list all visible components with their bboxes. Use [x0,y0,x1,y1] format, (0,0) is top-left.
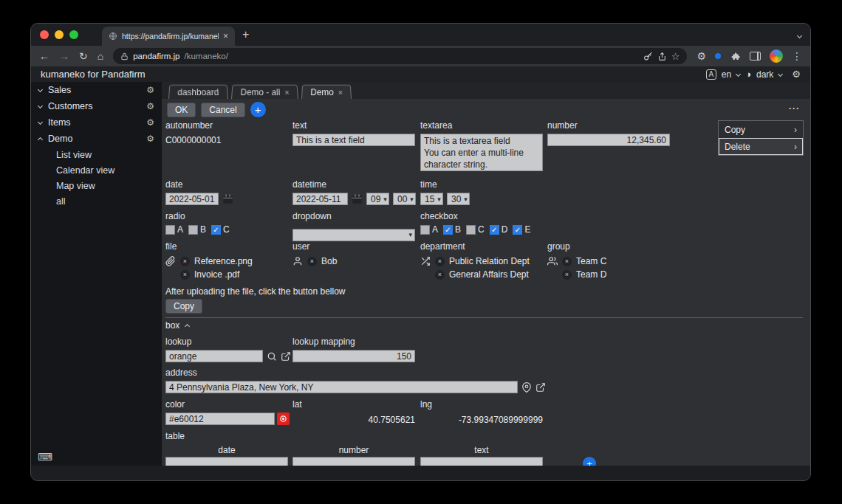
textarea-input[interactable]: This is a textarea field You can enter a… [420,134,543,171]
checkbox-option-a[interactable]: A [420,224,438,235]
date-input[interactable] [165,193,219,205]
bookmark-star-icon[interactable]: ☆ [671,51,680,62]
ok-button[interactable]: OK [167,103,196,117]
extension-blue-dot-icon[interactable] [715,53,721,59]
file-name[interactable]: Reference.png [194,256,253,266]
number-input[interactable] [547,134,670,146]
table-cell-input[interactable] [165,457,288,466]
browser-menu-icon[interactable]: ⋮ [792,50,802,62]
map-pin-icon[interactable] [521,382,532,393]
sidebar-item-all[interactable]: all [31,193,162,209]
sidebar-item-items[interactable]: Items ⚙ [31,114,162,131]
radio-option-c[interactable]: ✓C [211,224,230,235]
calendar-icon[interactable] [352,193,363,204]
checkbox-icon[interactable] [165,225,175,235]
box-section-header[interactable]: box [165,320,189,331]
user-name[interactable]: Bob [321,256,337,266]
group-name[interactable]: Team D [576,269,606,280]
tab-close-icon[interactable]: × [223,31,228,41]
keyboard-icon[interactable]: ⌨ [38,451,52,463]
lookup-mapping-input[interactable] [292,350,415,362]
forward-icon[interactable]: → [59,51,69,61]
settings-gear-icon[interactable]: ⚙ [792,69,801,79]
remove-group-icon[interactable]: × [562,270,572,280]
cancel-button[interactable]: Cancel [201,103,244,117]
tab-demo-all[interactable]: Demo - all × [231,85,298,99]
demo-settings-gear-icon[interactable]: ⚙ [146,134,154,143]
sidebar-item-demo[interactable]: Demo ⚙ [31,131,162,147]
back-icon[interactable]: ← [39,51,49,61]
time-hour-select[interactable]: 15▾ [420,193,443,205]
datetime-date-input[interactable] [292,193,348,205]
language-selector[interactable]: en [722,69,731,80]
profile-avatar[interactable] [770,49,783,63]
department-name[interactable]: General Affairs Dept [449,269,529,280]
datetime-minute-select[interactable]: 00▾ [393,193,416,205]
sidebar-item-customers[interactable]: Customers ⚙ [31,98,162,114]
theme-chevron-down-icon[interactable] [778,71,783,76]
text-input[interactable] [292,134,415,146]
collapse-chevron-up-icon[interactable] [185,324,190,329]
sidebar-item-sales[interactable]: Sales ⚙ [31,82,162,98]
sales-settings-gear-icon[interactable]: ⚙ [146,86,154,94]
tab-search-icon[interactable] [798,28,801,41]
table-add-row-button[interactable]: + [583,457,596,466]
color-picker-button[interactable] [277,412,290,425]
checkbox-checked-icon[interactable]: ✓ [443,225,453,235]
table-cell-input[interactable] [292,457,415,466]
time-minute-select[interactable]: 30▾ [447,193,470,205]
color-input[interactable] [165,412,275,425]
zoom-window-button[interactable] [69,30,78,39]
remove-file-icon[interactable]: × [180,257,190,266]
group-name[interactable]: Team C [576,256,606,266]
side-panel-icon[interactable] [750,52,761,61]
key-icon[interactable] [643,52,653,61]
checkbox-option-b[interactable]: ✓B [443,224,461,235]
tab-close-icon[interactable]: × [338,88,343,97]
address-bar[interactable]: pandafirm.jp/kumaneko/ ☆ [113,48,687,64]
checkbox-option-e[interactable]: ✓E [513,224,530,235]
context-menu-delete[interactable]: Delete › [719,138,803,155]
share-icon[interactable] [657,52,667,61]
external-link-icon[interactable] [535,382,546,393]
remove-department-icon[interactable]: × [435,257,445,266]
remove-department-icon[interactable]: × [435,270,445,280]
remove-file-icon[interactable]: × [180,270,190,280]
checkbox-option-c[interactable]: C [466,224,485,235]
datetime-hour-select[interactable]: 09▾ [366,193,389,205]
tab-close-icon[interactable]: × [284,88,290,97]
calendar-icon[interactable] [222,193,233,204]
add-button[interactable]: + [250,102,266,117]
remove-user-icon[interactable]: × [307,257,317,266]
sidebar-item-list-view[interactable]: List view [31,147,162,162]
tab-demo[interactable]: Demo × [301,85,352,99]
extension-gear-icon[interactable]: ⚙ [696,51,706,61]
address-input[interactable] [165,381,518,393]
checkbox-icon[interactable] [420,225,430,235]
puzzle-icon[interactable] [730,51,741,62]
dropdown-select[interactable]: ▾ [292,229,415,241]
radio-option-b[interactable]: B [188,224,206,235]
close-window-button[interactable] [40,30,49,39]
checkbox-option-d[interactable]: ✓D [490,224,508,235]
language-chevron-down-icon[interactable] [736,71,741,76]
department-name[interactable]: Public Relation Dept [449,256,530,266]
search-icon[interactable] [267,351,277,362]
sidebar-item-map-view[interactable]: Map view [31,178,162,193]
checkbox-checked-icon[interactable]: ✓ [211,225,221,235]
items-settings-gear-icon[interactable]: ⚙ [146,118,154,127]
copy-file-button[interactable]: Copy [165,299,202,314]
new-tab-button[interactable]: + [242,28,249,41]
external-link-icon[interactable] [281,351,291,362]
file-name[interactable]: Invoice .pdf [194,269,239,280]
more-options-icon[interactable]: ⋯ [788,102,800,115]
checkbox-checked-icon[interactable]: ✓ [490,225,499,235]
customers-settings-gear-icon[interactable]: ⚙ [146,102,154,111]
remove-group-icon[interactable]: × [562,257,572,266]
checkbox-checked-icon[interactable]: ✓ [513,225,522,235]
browser-tab[interactable]: https://pandafirm.jp/kumaneko × [102,27,235,46]
home-icon[interactable]: ⌂ [97,51,103,61]
sidebar-item-calendar-view[interactable]: Calendar view [31,162,162,178]
tab-dashboard[interactable]: dashboard [168,85,228,99]
radio-option-a[interactable]: A [165,224,183,235]
